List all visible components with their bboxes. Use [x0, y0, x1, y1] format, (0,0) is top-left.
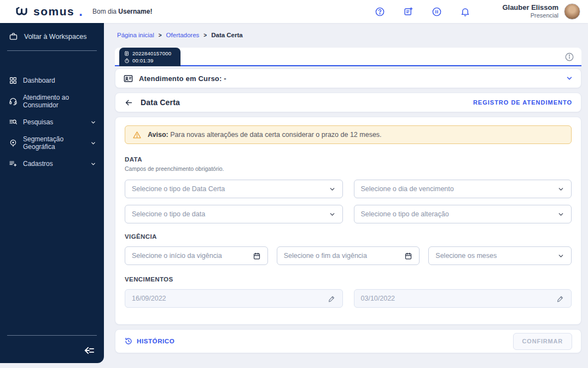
section-title-data: DATA: [125, 156, 572, 163]
select-placeholder: Selecione o tipo de alteração: [361, 210, 449, 218]
chevron-down-icon: [90, 119, 96, 125]
sidebar-item-atendimento[interactable]: Atendimento ao Consumidor: [0, 89, 104, 113]
attendance-label: Atendimento em Curso: -: [139, 74, 226, 83]
help-icon[interactable]: [375, 7, 385, 17]
document-icon: [124, 51, 130, 56]
select-tipo-data-certa[interactable]: Selecione o tipo de Data Certa: [125, 180, 343, 198]
somus-wave-logo-icon: [15, 6, 30, 17]
user-status: Presencial: [502, 12, 558, 20]
warning-text: Aviso: Para novas alterações de data cer…: [148, 131, 382, 139]
data-selects-row-1: Selecione o tipo de Data Certa Selecione…: [125, 180, 572, 223]
avatar[interactable]: [564, 3, 580, 20]
main-content: Página inicial > Ofertadores > Data Cert…: [104, 23, 588, 368]
confirmar-button[interactable]: CONFIRMAR: [513, 333, 572, 350]
calendar-icon[interactable]: [404, 252, 412, 260]
new-record-icon[interactable]: [403, 7, 414, 17]
sidebar-spacer: [0, 173, 104, 333]
section-title-vencimentos: VENCIMENTOS: [125, 276, 572, 283]
sidebar-back-label: Voltar à Workspaces: [24, 33, 86, 41]
sidebar-item-label: Dashboard: [23, 77, 55, 84]
headset-icon: [9, 97, 18, 106]
session-timer: 00:01:39: [132, 58, 154, 64]
breadcrumb-separator: >: [203, 32, 207, 38]
data-certa-form: Aviso: Para novas alterações de data cer…: [115, 117, 581, 325]
datepicker-fim-vigencia[interactable]: Selecione o fim da vigência: [277, 246, 420, 265]
greeting-username: Username!: [118, 8, 152, 15]
vencimento-date-2: 03/10/2022: [354, 289, 572, 308]
page-title: Data Certa: [141, 98, 180, 107]
sidebar-item-label: Atendimento ao Consumidor: [23, 94, 96, 109]
select-placeholder: Selecione o tipo de Data Certa: [132, 185, 225, 193]
greeting-prefix: Bom dia: [92, 8, 118, 15]
select-tipo-data[interactable]: Selecione o tipo de data: [125, 205, 343, 223]
select-placeholder: Selecione o tipo de data: [132, 210, 205, 218]
history-clock-icon: [124, 337, 133, 346]
warning-body: Para novas alterações de data certa cons…: [168, 131, 382, 139]
sidebar-item-cadastros[interactable]: Cadastros: [0, 155, 104, 173]
required-fields-note: Campos de preenchimento obrigatório.: [125, 165, 572, 172]
sidebar-item-segmentacao[interactable]: Segmentação Geográfica: [0, 131, 104, 155]
notifications-bell-icon[interactable]: [460, 7, 470, 17]
form-footer: HISTÓRICO CONFIRMAR: [115, 329, 581, 353]
datepicker-inicio-vigencia[interactable]: Selecione o início da vigência: [125, 246, 268, 265]
chevron-down-icon: [557, 252, 564, 260]
list-add-icon: [9, 159, 18, 168]
sidebar-divider-top: [7, 50, 97, 51]
registro-atendimento-button[interactable]: REGISTRO DE ATENDIMENTO: [473, 99, 572, 106]
back-arrow-icon[interactable]: [124, 98, 133, 107]
sidebar-item-label: Pesquisas: [23, 118, 53, 126]
attendance-in-progress-bar[interactable]: Atendimento em Curso: -: [115, 68, 581, 88]
timer-icon: [124, 58, 130, 64]
chevron-down-icon[interactable]: [566, 74, 573, 82]
pause-icon[interactable]: [432, 7, 442, 17]
warning-bold: Aviso:: [148, 131, 168, 139]
chevron-down-icon: [90, 140, 96, 146]
historico-button[interactable]: HISTÓRICO: [124, 337, 174, 346]
user-info[interactable]: Glauber Elissom Presencial: [502, 3, 558, 20]
logo-dot: .: [79, 4, 83, 19]
dashboard-icon: [9, 76, 18, 85]
select-tipo-alteracao[interactable]: Selecione o tipo de alteração: [354, 205, 572, 223]
app-logo[interactable]: somus .: [0, 4, 90, 19]
user-name: Glauber Elissom: [502, 3, 558, 12]
sidebar-footer: [0, 338, 104, 363]
chevron-down-icon: [557, 186, 564, 193]
breadcrumb-current: Data Certa: [211, 32, 243, 38]
sidebar-item-pesquisas[interactable]: Pesquisas: [0, 113, 104, 131]
chevron-down-icon: [329, 186, 336, 193]
select-meses[interactable]: Selecione os meses: [428, 246, 572, 265]
vencimento-date-1: 16/09/2022: [125, 289, 343, 308]
breadcrumb-ofertadores[interactable]: Ofertadores: [166, 32, 200, 38]
datefield-placeholder: Selecione o fim da vigência: [284, 252, 367, 260]
sidebar: Voltar à Workspaces Dashboard Atendiment…: [0, 23, 104, 363]
chevron-down-icon: [557, 211, 564, 218]
warning-banner: Aviso: Para novas alterações de data cer…: [125, 125, 572, 144]
header-icon-group: [375, 7, 470, 17]
vencimento-value: 03/10/2022: [361, 295, 395, 302]
vencimentos-row: 16/09/2022 03/10/2022: [125, 289, 572, 308]
top-header: somus . Bom dia Username! Glauber E: [0, 0, 588, 23]
select-placeholder: Selecione os meses: [435, 252, 497, 260]
select-placeholder: Selecione o dia de vencimento: [361, 185, 454, 193]
breadcrumb: Página inicial > Ofertadores > Data Cert…: [117, 32, 581, 38]
historico-label: HISTÓRICO: [137, 338, 174, 344]
calendar-icon[interactable]: [253, 252, 261, 260]
vigencia-row: Selecione o início da vigência Selecione…: [125, 246, 572, 265]
geo-target-icon: [9, 139, 18, 147]
chevron-down-icon: [90, 161, 96, 167]
edit-pencil-icon[interactable]: [556, 295, 564, 303]
search-list-icon: [9, 118, 18, 127]
breadcrumb-pagina-inicial[interactable]: Página inicial: [117, 32, 154, 38]
breadcrumb-separator: >: [159, 32, 162, 38]
session-tab[interactable]: 2022840157000 00:01:39: [119, 48, 181, 66]
sidebar-item-dashboard[interactable]: Dashboard: [0, 72, 104, 89]
greeting-text: Bom dia Username!: [92, 8, 152, 15]
sidebar-item-voltar-workspaces[interactable]: Voltar à Workspaces: [0, 23, 104, 48]
info-icon[interactable]: [564, 52, 574, 62]
select-dia-vencimento[interactable]: Selecione o dia de vencimento: [354, 180, 572, 198]
workspace-briefcase-icon: [9, 32, 18, 41]
logo-text: somus: [33, 5, 74, 18]
edit-pencil-icon[interactable]: [328, 295, 336, 303]
collapse-sidebar-icon[interactable]: [83, 346, 95, 355]
section-title-vigencia: VIGÊNCIA: [125, 233, 572, 240]
